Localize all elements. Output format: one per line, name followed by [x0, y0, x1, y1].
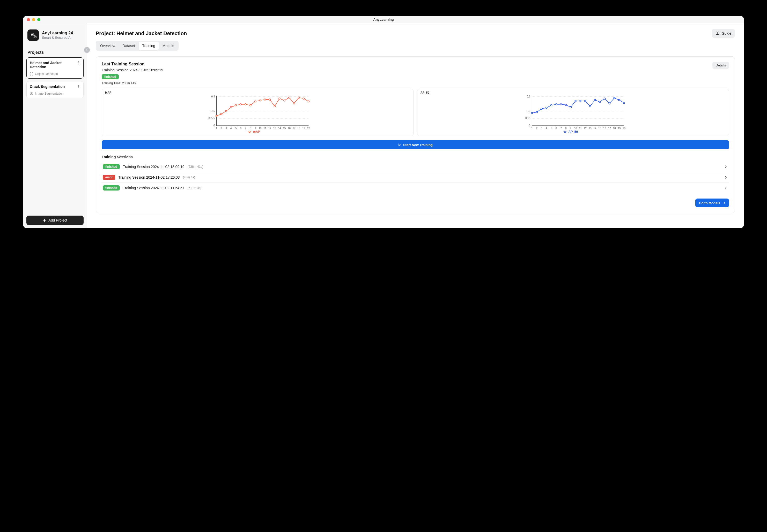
svg-text:5: 5: [551, 127, 552, 130]
svg-text:13: 13: [589, 127, 592, 130]
chart-title: AP_50: [420, 91, 726, 94]
svg-text:3: 3: [541, 127, 542, 130]
svg-point-50: [284, 100, 285, 101]
svg-text:17: 17: [608, 127, 611, 130]
svg-text:5: 5: [235, 127, 237, 130]
layers-icon: [30, 92, 33, 95]
window: AnyLearning AL .NRL AnyLearning 24 Smart…: [23, 16, 744, 228]
chart-title: MAP: [104, 91, 411, 94]
training-session-row[interactable]: finishedTraining Session 2024-11-02 11:5…: [102, 183, 729, 193]
svg-text:19: 19: [618, 127, 621, 130]
svg-text:8: 8: [250, 127, 251, 130]
svg-text:16: 16: [603, 127, 606, 130]
svg-point-52: [293, 103, 295, 104]
add-project-button[interactable]: Add Project: [26, 216, 84, 225]
session-status-badge: finished: [103, 164, 120, 169]
svg-point-3: [78, 85, 79, 86]
guide-label: Guide: [722, 31, 731, 35]
svg-text:2: 2: [221, 127, 222, 130]
sessions-heading: Training Sessions: [102, 155, 729, 159]
svg-text:6: 6: [555, 127, 557, 130]
kebab-icon: [78, 61, 79, 64]
svg-text:6: 6: [240, 127, 242, 130]
training-session-row[interactable]: errorTraining Session 2024-11-02 17:26:0…: [102, 172, 729, 183]
sidebar: AL .NRL AnyLearning 24 Smart & Secured A…: [23, 23, 87, 228]
svg-point-96: [565, 104, 567, 106]
svg-text:13: 13: [273, 127, 276, 130]
svg-point-41: [240, 104, 242, 105]
tab-dataset[interactable]: Dataset: [119, 42, 138, 50]
svg-text:7: 7: [245, 127, 246, 130]
sidebar-project-card[interactable]: Helmet and Jacket DetectionObject Detect…: [26, 57, 84, 79]
svg-point-92: [546, 107, 547, 109]
plus-icon: [43, 218, 46, 222]
details-button[interactable]: Details: [712, 62, 729, 69]
logo-subtext: .NRL: [33, 36, 39, 38]
training-session-row[interactable]: finishedTraining Session 2024-11-02 18:0…: [102, 162, 729, 172]
tabs: OverviewDatasetTrainingModels: [96, 41, 178, 51]
project-title: Helmet and Jacket Detection: [30, 61, 80, 69]
svg-text:0.3: 0.3: [527, 110, 530, 112]
svg-text:10: 10: [259, 127, 262, 130]
project-menu-button[interactable]: [76, 84, 81, 89]
bounding-box-icon: [30, 72, 33, 76]
go-to-models-button[interactable]: Go to Models: [695, 199, 729, 207]
svg-point-55: [308, 101, 310, 102]
svg-text:15: 15: [598, 127, 602, 130]
svg-text:15: 15: [283, 127, 286, 130]
app-logo: AL .NRL: [27, 29, 39, 41]
guide-button[interactable]: Guide: [712, 29, 735, 38]
svg-text:19: 19: [302, 127, 305, 130]
svg-point-2: [78, 64, 79, 64]
main-content: Project: Helmet and Jacket Detection Gui…: [87, 23, 744, 228]
svg-point-57: [249, 131, 251, 133]
session-name: Training Session 2024-11-02 17:26:03: [118, 175, 180, 179]
svg-text:0.15: 0.15: [525, 117, 530, 120]
session-status-badge: finished: [103, 185, 120, 191]
kebab-icon: [78, 85, 79, 88]
play-icon: [398, 143, 401, 146]
svg-text:14: 14: [594, 127, 597, 130]
arrow-right-icon: [722, 201, 725, 204]
training-panel: Last Training Session Training Session 2…: [96, 56, 735, 213]
svg-point-93: [550, 104, 552, 106]
svg-point-37: [221, 113, 222, 115]
svg-point-103: [599, 101, 601, 103]
window-title: AnyLearning: [23, 18, 744, 21]
svg-text:0.075: 0.075: [208, 117, 215, 120]
session-name: Training Session 2024-11-02 11:54:57: [123, 186, 184, 190]
project-menu-button[interactable]: [76, 60, 81, 65]
start-training-label: Start New Training: [403, 143, 433, 147]
book-icon: [716, 31, 720, 35]
tab-models[interactable]: Models: [159, 42, 178, 50]
sidebar-collapse-button[interactable]: [84, 47, 90, 53]
tab-training[interactable]: Training: [139, 42, 159, 50]
chevron-right-icon: [725, 176, 728, 179]
svg-text:3: 3: [226, 127, 227, 130]
svg-text:AP_50: AP_50: [568, 130, 578, 134]
session-status-badge: error: [103, 175, 115, 180]
svg-text:11: 11: [579, 127, 582, 130]
svg-text:14: 14: [278, 127, 281, 130]
start-training-button[interactable]: Start New Training: [102, 140, 729, 149]
session-name: Training Session 2024-11-02 18:09:19: [123, 165, 184, 169]
sidebar-project-card[interactable]: Crack SegmentationImage Segmentation: [26, 81, 84, 98]
svg-point-39: [230, 107, 232, 108]
svg-text:18: 18: [613, 127, 616, 130]
chart-map: MAP00.0750.150.3123456789101112131415161…: [102, 89, 413, 136]
svg-text:18: 18: [297, 127, 301, 130]
svg-point-101: [589, 105, 591, 107]
svg-text:10: 10: [574, 127, 577, 130]
chart-svg: 00.150.30.612345678910111213141516171819…: [420, 94, 726, 134]
svg-text:0: 0: [529, 124, 530, 127]
project-type: Object Detection: [30, 72, 80, 76]
svg-point-44: [254, 101, 256, 102]
svg-point-47: [269, 99, 271, 100]
chevron-left-icon: [86, 49, 88, 51]
svg-text:12: 12: [268, 127, 272, 130]
svg-text:20: 20: [623, 127, 626, 130]
tab-overview[interactable]: Overview: [96, 42, 119, 50]
svg-text:8: 8: [565, 127, 567, 130]
svg-point-100: [585, 100, 586, 102]
svg-text:7: 7: [560, 127, 562, 130]
